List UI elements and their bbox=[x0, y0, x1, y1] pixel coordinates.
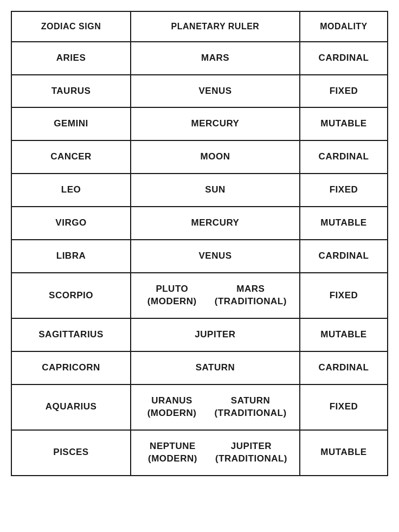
cell-ruler: VENUS bbox=[131, 75, 300, 107]
table-row: VIRGOMERCURYMUTABLE bbox=[12, 207, 387, 240]
cell-sign: AQUARIUS bbox=[12, 385, 131, 430]
cell-sign: VIRGO bbox=[12, 207, 131, 239]
table-row: SCORPIOPLUTO (MODERN)MARS (TRADITIONAL)F… bbox=[12, 273, 387, 319]
cell-ruler: MERCURY bbox=[131, 207, 300, 239]
cell-ruler: NEPTUNE (MODERN)JUPITER (TRADITIONAL) bbox=[131, 431, 300, 475]
table-header-row: ZODIAC SIGN PLANETARY RULER MODALITY bbox=[12, 12, 387, 42]
cell-modality: FIXED bbox=[300, 273, 387, 318]
zodiac-table: ZODIAC SIGN PLANETARY RULER MODALITY ARI… bbox=[11, 11, 388, 476]
table-row: ARIESMARSCARDINAL bbox=[12, 42, 387, 75]
cell-ruler: MOON bbox=[131, 141, 300, 173]
cell-sign: TAURUS bbox=[12, 75, 131, 107]
header-zodiac-sign: ZODIAC SIGN bbox=[12, 12, 131, 41]
table-row: CAPRICORNSATURNCARDINAL bbox=[12, 352, 387, 385]
table-row: AQUARIUSURANUS (MODERN)SATURN (TRADITION… bbox=[12, 385, 387, 431]
table-row: PISCESNEPTUNE (MODERN)JUPITER (TRADITION… bbox=[12, 431, 387, 475]
cell-sign: SAGITTARIUS bbox=[12, 319, 131, 351]
cell-modality: CARDINAL bbox=[300, 352, 387, 384]
cell-modality: CARDINAL bbox=[300, 141, 387, 173]
cell-ruler: MERCURY bbox=[131, 108, 300, 140]
cell-sign: SCORPIO bbox=[12, 273, 131, 318]
table-row: CANCERMOONCARDINAL bbox=[12, 141, 387, 174]
cell-sign: CANCER bbox=[12, 141, 131, 173]
cell-ruler: JUPITER bbox=[131, 319, 300, 351]
cell-sign: CAPRICORN bbox=[12, 352, 131, 384]
table-row: LIBRAVENUSCARDINAL bbox=[12, 240, 387, 273]
cell-ruler: VENUS bbox=[131, 240, 300, 272]
table-row: LEOSUNFIXED bbox=[12, 174, 387, 207]
cell-modality: FIXED bbox=[300, 174, 387, 206]
cell-ruler: SATURN bbox=[131, 352, 300, 384]
cell-sign: ARIES bbox=[12, 42, 131, 74]
cell-sign: LEO bbox=[12, 174, 131, 206]
cell-ruler: MARS bbox=[131, 42, 300, 74]
table-row: GEMINIMERCURYMUTABLE bbox=[12, 108, 387, 141]
table-row: TAURUSVENUSFIXED bbox=[12, 75, 387, 108]
cell-ruler: PLUTO (MODERN)MARS (TRADITIONAL) bbox=[131, 273, 300, 318]
cell-modality: FIXED bbox=[300, 75, 387, 107]
table-row: SAGITTARIUSJUPITERMUTABLE bbox=[12, 319, 387, 352]
cell-modality: MUTABLE bbox=[300, 431, 387, 475]
cell-sign: LIBRA bbox=[12, 240, 131, 272]
header-planetary-ruler: PLANETARY RULER bbox=[131, 12, 300, 41]
cell-modality: CARDINAL bbox=[300, 240, 387, 272]
cell-sign: GEMINI bbox=[12, 108, 131, 140]
header-modality: MODALITY bbox=[300, 12, 387, 41]
cell-ruler: URANUS (MODERN)SATURN (TRADITIONAL) bbox=[131, 385, 300, 430]
cell-ruler: SUN bbox=[131, 174, 300, 206]
cell-modality: MUTABLE bbox=[300, 108, 387, 140]
cell-modality: MUTABLE bbox=[300, 207, 387, 239]
cell-modality: MUTABLE bbox=[300, 319, 387, 351]
cell-modality: CARDINAL bbox=[300, 42, 387, 74]
cell-sign: PISCES bbox=[12, 431, 131, 475]
cell-modality: FIXED bbox=[300, 385, 387, 430]
